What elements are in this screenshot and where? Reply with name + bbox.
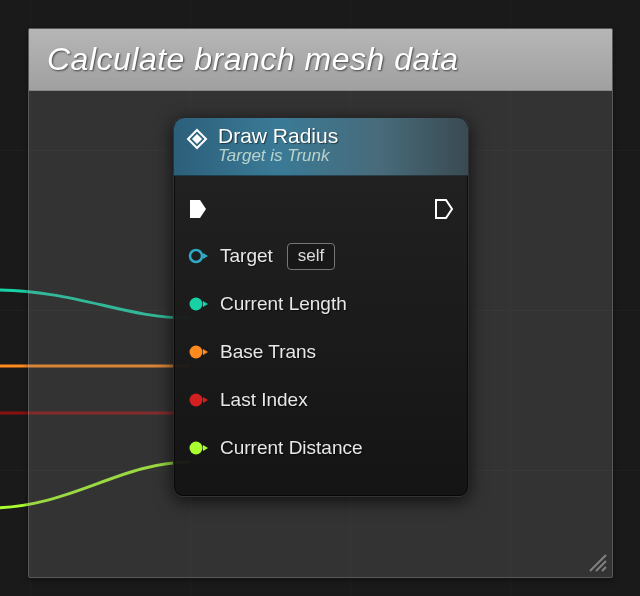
pin-current-distance: Current Distance	[188, 424, 454, 472]
pin-current-distance-label: Current Distance	[220, 437, 363, 459]
svg-marker-4	[192, 134, 202, 144]
pin-current-length-connector[interactable]	[188, 295, 210, 313]
exec-in-pin[interactable]	[188, 198, 208, 220]
pin-last-index-connector[interactable]	[188, 391, 210, 409]
pin-last-index: Last Index	[188, 376, 454, 424]
pin-base-trans-connector[interactable]	[188, 343, 210, 361]
pin-current-length: Current Length	[188, 280, 454, 328]
pin-last-index-label: Last Index	[220, 389, 308, 411]
node-draw-radius[interactable]: Draw Radius Target is Trunk	[173, 117, 469, 497]
resize-handle-icon[interactable]	[586, 551, 608, 573]
node-header-titles: Draw Radius Target is Trunk	[218, 124, 338, 166]
comment-header[interactable]: Calculate branch mesh data	[29, 29, 612, 91]
pin-base-trans-label: Base Trans	[220, 341, 316, 363]
pin-current-distance-connector[interactable]	[188, 439, 210, 457]
comment-title: Calculate branch mesh data	[47, 41, 458, 78]
pin-target-default[interactable]: self	[287, 243, 335, 270]
pin-target-label: Target	[220, 245, 273, 267]
pin-current-length-label: Current Length	[220, 293, 347, 315]
function-icon	[186, 128, 208, 154]
pin-target-connector[interactable]	[188, 247, 210, 265]
exec-out-pin[interactable]	[434, 198, 454, 220]
node-subtitle: Target is Trunk	[218, 147, 338, 166]
svg-line-2	[602, 567, 606, 571]
svg-point-8	[190, 394, 203, 407]
exec-row	[188, 186, 454, 232]
svg-point-9	[190, 442, 203, 455]
svg-point-6	[190, 298, 203, 311]
pin-target: Target self	[188, 232, 454, 280]
svg-point-5	[190, 250, 202, 262]
pin-base-trans: Base Trans	[188, 328, 454, 376]
svg-point-7	[190, 346, 203, 359]
node-title: Draw Radius	[218, 124, 338, 147]
node-body: Target self Current Length Base Trans	[174, 176, 468, 486]
node-header[interactable]: Draw Radius Target is Trunk	[174, 118, 468, 176]
